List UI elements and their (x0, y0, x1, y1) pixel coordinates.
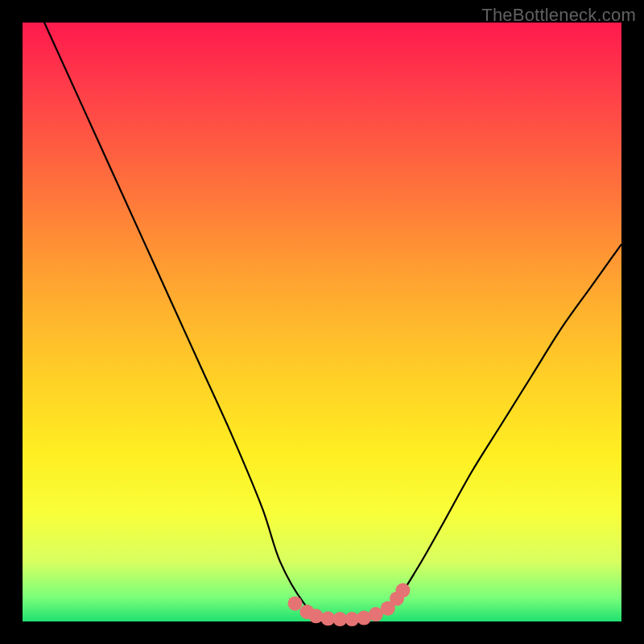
chart-frame: TheBottleneck.com (0, 0, 644, 644)
bottleneck-curve (23, 0, 621, 621)
curve-marker (288, 597, 303, 611)
chart-plot-area (23, 23, 621, 621)
curve-marker (395, 583, 410, 597)
curve-markers (288, 583, 411, 626)
chart-svg (23, 23, 621, 621)
curve-marker (309, 609, 324, 623)
